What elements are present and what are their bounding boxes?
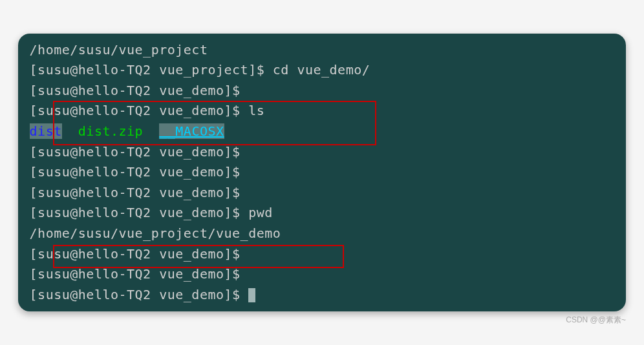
ls-dir-dist: dist: [30, 123, 62, 139]
command-cd: cd vue_demo/: [273, 62, 370, 78]
prompt: [susu@hello-TQ2 vue_project]$: [30, 62, 273, 78]
prompt: [susu@hello-TQ2 vue_demo]$: [30, 287, 249, 302]
ls-file-distzip: dist.zip: [78, 123, 143, 139]
prompt: [susu@hello-TQ2 vue_demo]$: [30, 164, 249, 180]
ls-dir-macosx: __MACOSX: [159, 123, 224, 139]
command-pwd: pwd: [248, 205, 273, 220]
prompt: [susu@hello-TQ2 vue_demo]$: [30, 205, 249, 220]
output-pwd1: /home/susu/vue_project: [21, 40, 623, 61]
prompt-line-empty: [susu@hello-TQ2 vue_demo]$: [21, 142, 623, 163]
prompt: [susu@hello-TQ2 vue_demo]$: [30, 266, 249, 282]
prompt: [susu@hello-TQ2 vue_demo]$: [30, 83, 249, 98]
prompt-line-empty: [susu@hello-TQ2 vue_demo]$: [21, 162, 623, 183]
prompt-line-pwd: [susu@hello-TQ2 vue_demo]$ pwd: [21, 203, 623, 224]
watermark: CSDN @@素素~: [566, 315, 626, 326]
command-ls: ls: [248, 103, 264, 118]
prompt: [susu@hello-TQ2 vue_demo]$: [30, 246, 249, 262]
prompt-line-empty: [susu@hello-TQ2 vue_demo]$: [21, 264, 623, 285]
prompt: [susu@hello-TQ2 vue_demo]$: [30, 185, 249, 200]
prompt-line-cd: [susu@hello-TQ2 vue_project]$ cd vue_dem…: [21, 60, 623, 81]
prompt-line-cursor: [susu@hello-TQ2 vue_demo]$: [21, 285, 623, 306]
prompt-line-empty: [susu@hello-TQ2 vue_demo]$: [21, 183, 623, 204]
ls-output: dist dist.zip __MACOSX: [21, 121, 623, 142]
prompt: [susu@hello-TQ2 vue_demo]$: [30, 103, 249, 118]
cursor-icon: [248, 288, 255, 302]
prompt-line-empty: [susu@hello-TQ2 vue_demo]$: [21, 244, 623, 265]
terminal-window[interactable]: /home/susu/vue_project [susu@hello-TQ2 v…: [18, 34, 626, 312]
output-pwd2: /home/susu/vue_project/vue_demo: [21, 224, 623, 244]
prompt-line-ls: [susu@hello-TQ2 vue_demo]$ ls: [21, 101, 623, 121]
prompt: [susu@hello-TQ2 vue_demo]$: [30, 144, 249, 160]
prompt-line-empty: [susu@hello-TQ2 vue_demo]$: [21, 81, 623, 101]
